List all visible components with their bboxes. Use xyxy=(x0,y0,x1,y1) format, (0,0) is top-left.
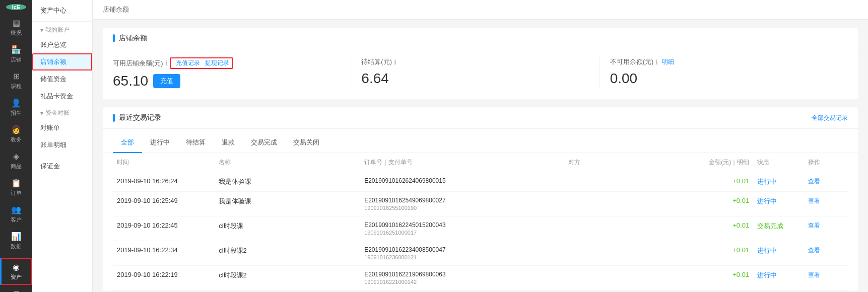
view-link[interactable]: 查看 xyxy=(808,247,820,254)
col-header-name: 名称 xyxy=(215,153,360,172)
cell-action: 查看 xyxy=(804,192,848,216)
store-icon: 🏪 xyxy=(11,45,21,54)
cell-status: 交易完成 xyxy=(753,216,804,241)
sidebar-item-detail[interactable]: 账单明细 xyxy=(32,136,92,154)
sidebar-item-label: 数据 xyxy=(11,243,22,250)
sub-sidebar-group-my-account[interactable]: ▾ 我的账户 xyxy=(32,22,92,36)
sidebar-item-asset[interactable]: ◉ 资产 xyxy=(0,258,32,285)
info-icon: ℹ xyxy=(165,59,168,67)
sidebar-item-recruit[interactable]: 👤 招生 xyxy=(0,94,32,121)
cell-amount: +0.01 xyxy=(666,216,753,241)
tab-pending[interactable]: 待结算 xyxy=(178,135,214,153)
asset-icon: ◉ xyxy=(13,262,20,272)
balance-links-box: 充值记录 提现记录 xyxy=(170,57,233,69)
unavailable-balance-label: 不可用余额(元) ℹ 明细 xyxy=(610,57,838,66)
pending-info-icon: ℹ xyxy=(394,58,396,66)
records-section-header: 最近交易记录 全部交易记录 xyxy=(103,107,858,129)
status-badge: 进行中 xyxy=(757,247,777,254)
unavailable-info-icon: ℹ xyxy=(655,58,658,66)
records-section-title: 最近交易记录 xyxy=(119,113,161,122)
customer-icon: 👥 xyxy=(11,205,21,214)
cell-action: 查看 xyxy=(804,241,848,266)
sidebar-item-teacher[interactable]: 👩 教务 xyxy=(0,121,32,148)
view-all-link[interactable]: 全部交易记录 xyxy=(812,114,848,122)
sub-sidebar-group-accounting[interactable]: ▾ 资金对账 xyxy=(32,105,92,119)
teacher-icon: 👩 xyxy=(11,125,21,134)
cell-amount: +0.01 xyxy=(666,241,753,266)
view-link[interactable]: 查看 xyxy=(808,178,820,185)
tab-complete[interactable]: 交易完成 xyxy=(243,135,285,153)
balance-section: 店铺余额 可用店铺余额(元) ℹ 充值记录 提现记录 65.10 xyxy=(103,28,858,99)
cell-party xyxy=(564,192,666,216)
pay-id: 19091016255100190 xyxy=(364,205,560,211)
available-balance-col: 可用店铺余额(元) ℹ 充值记录 提现记录 65.10 充值 xyxy=(113,57,351,89)
order-id: E20190910162234008500047 xyxy=(364,246,560,253)
recharge-button[interactable]: 充值 xyxy=(153,74,180,88)
sidebar-item-label: 教务 xyxy=(11,136,22,143)
tab-closed[interactable]: 交易关闭 xyxy=(285,135,327,153)
sidebar-item-label: 概况 xyxy=(11,29,22,37)
cell-name: cl时段课 xyxy=(215,216,360,241)
view-link[interactable]: 查看 xyxy=(808,197,820,204)
col-header-time: 时间 xyxy=(113,153,215,172)
amount-value: +0.01 xyxy=(732,271,749,278)
cell-party xyxy=(564,216,666,241)
withdraw-record-link[interactable]: 提现记录 xyxy=(205,59,229,67)
chevron-down-icon: ▾ xyxy=(40,110,43,117)
sidebar-bottom: ⊞ 应用 ⚙ 设置 xyxy=(9,285,24,292)
chevron-down-icon: ▾ xyxy=(40,27,43,34)
sidebar-item-overview[interactable]: ▦ 概况 xyxy=(0,14,32,41)
records-table-container: 时间 名称 订单号｜支付单号 对方 金额(元)｜明细 状态 操作 2019-09… xyxy=(103,153,858,290)
goods-icon: ◈ xyxy=(13,152,19,161)
sidebar-item-customer[interactable]: 👥 客户 xyxy=(0,201,32,228)
recharge-record-link[interactable]: 充值记录 xyxy=(176,59,200,67)
pay-id: 19091016221000142 xyxy=(364,279,560,285)
sidebar-item-statement[interactable]: 对账单 xyxy=(32,119,92,136)
col-header-party: 对方 xyxy=(564,153,666,172)
cell-status: 进行中 xyxy=(753,192,804,216)
sidebar-item-label: 订单 xyxy=(11,189,22,197)
view-link[interactable]: 查看 xyxy=(808,222,820,229)
sidebar-item-data[interactable]: 📊 数据 xyxy=(0,228,32,254)
sidebar-item-account-overview[interactable]: 账户总览 xyxy=(32,36,92,53)
unavailable-detail-link[interactable]: 明细 xyxy=(662,58,674,66)
table-row: 2019-09-10 16:25:49 我是体验课 E2019091016254… xyxy=(113,192,848,216)
tab-progress[interactable]: 进行中 xyxy=(142,135,178,153)
col-header-action: 操作 xyxy=(804,153,848,172)
cell-amount: +0.01 xyxy=(666,192,753,216)
order-id: E20190910162549069800027 xyxy=(364,197,560,204)
sub-sidebar-title: 资产中心 xyxy=(32,0,92,22)
cell-order: E20190910162624069800015 xyxy=(360,172,564,192)
sidebar: IcE ▦ 概况 🏪 店铺 ⊞ 课程 👤 招生 👩 教务 ◈ 商品 📋 订单 👥… xyxy=(0,0,32,292)
cell-name: 我是体验课 xyxy=(215,192,360,216)
tab-all[interactable]: 全部 xyxy=(113,135,142,153)
main: 店铺余额 店铺余额 可用店铺余额(元) ℹ 充值记录 提现记录 xyxy=(93,0,868,292)
sidebar-logo: IcE xyxy=(6,4,26,10)
sidebar-item-store-balance[interactable]: 店铺余额 xyxy=(32,53,92,70)
status-badge: 交易完成 xyxy=(757,222,783,230)
status-badge: 进行中 xyxy=(757,178,777,185)
sidebar-item-goods[interactable]: ◈ 商品 xyxy=(0,148,32,174)
sidebar-item-deposit[interactable]: 保证金 xyxy=(32,158,92,175)
sidebar-item-course[interactable]: ⊞ 课程 xyxy=(0,67,32,94)
page-title: 店铺余额 xyxy=(93,0,868,20)
sidebar-item-store[interactable]: 🏪 店铺 xyxy=(0,41,32,67)
section-title-bar xyxy=(113,34,115,42)
pending-balance-label: 待结算(元) ℹ xyxy=(361,57,589,66)
sidebar-item-apps[interactable]: ⊞ 应用 xyxy=(9,285,24,292)
unavailable-balance-col: 不可用余额(元) ℹ 明细 0.00 xyxy=(600,57,848,89)
overview-icon: ▦ xyxy=(13,18,20,28)
cell-name: cl时段课2 xyxy=(215,266,360,290)
tab-refund[interactable]: 退款 xyxy=(214,135,243,153)
sidebar-item-order[interactable]: 📋 订单 xyxy=(0,174,32,201)
view-link[interactable]: 查看 xyxy=(808,271,820,278)
sidebar-item-gift-card[interactable]: 礼品卡资金 xyxy=(32,88,92,105)
records-table: 时间 名称 订单号｜支付单号 对方 金额(元)｜明细 状态 操作 2019-09… xyxy=(113,153,848,290)
group-label: 我的账户 xyxy=(45,26,70,34)
cell-time: 2019-09-10 16:22:45 xyxy=(113,216,215,241)
balance-row: 可用店铺余额(元) ℹ 充值记录 提现记录 65.10 充值 xyxy=(103,49,858,99)
course-icon: ⊞ xyxy=(13,71,20,81)
sidebar-item-store-value[interactable]: 储值资金 xyxy=(32,70,92,88)
cell-time: 2019-09-10 16:22:19 xyxy=(113,266,215,290)
table-row: 2019-09-10 16:22:19 cl时段课2 E201909101622… xyxy=(113,266,848,290)
